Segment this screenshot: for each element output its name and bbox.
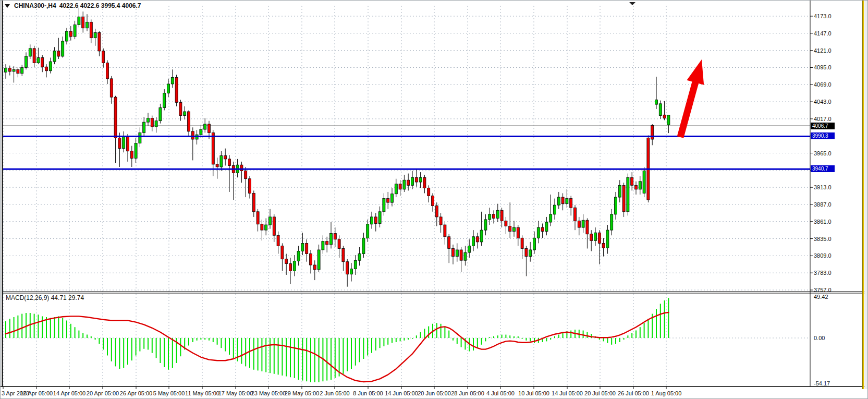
- candle-body: [163, 93, 166, 108]
- candle-body: [439, 217, 442, 225]
- candle-body: [578, 221, 580, 227]
- candle-body: [224, 156, 227, 159]
- candle-body: [330, 233, 333, 244]
- candle-body: [399, 184, 401, 189]
- candle-body: [346, 262, 349, 274]
- candle-body: [643, 171, 645, 194]
- candle-body: [423, 177, 426, 188]
- candle-body: [582, 220, 584, 227]
- candle-body: [374, 217, 377, 224]
- candle-body: [354, 260, 357, 269]
- candle-body: [127, 137, 129, 151]
- candle-body: [139, 132, 141, 143]
- candle-body: [529, 250, 532, 257]
- candle-body: [37, 58, 40, 63]
- candle-body: [541, 227, 544, 232]
- candle-body: [78, 17, 80, 25]
- candle-body: [179, 102, 182, 115]
- candle-body: [395, 184, 397, 194]
- candle-body: [285, 259, 288, 264]
- candle-body: [167, 84, 170, 93]
- candle-body: [570, 199, 572, 208]
- candle-body: [184, 112, 186, 116]
- candle-body: [151, 118, 153, 127]
- chart-title-bar[interactable]: CHINA300-,H4 4022.6 4022.6 3995.4 4006.7: [5, 2, 141, 9]
- candle-body: [45, 67, 48, 71]
- price-axis-label: 3861.0: [814, 219, 832, 225]
- price-axis-label: 4121.0: [814, 47, 832, 54]
- date-axis-label: 10 Jul 05:00: [518, 390, 549, 396]
- candle-body: [69, 31, 72, 37]
- candle-body: [305, 243, 308, 253]
- resistance-line-price-tag: 3990.3: [811, 132, 835, 139]
- price-axis-label: 4017.0: [814, 116, 832, 122]
- candle-body: [432, 196, 434, 206]
- date-axis-label: 1 Aug 05:00: [651, 390, 682, 396]
- candle-body: [622, 185, 625, 211]
- candle-body: [17, 69, 19, 74]
- candle-body: [525, 248, 528, 256]
- candle-body: [281, 246, 284, 259]
- candle-body: [57, 51, 60, 56]
- candle-body: [94, 33, 96, 38]
- candle-body: [269, 217, 272, 225]
- candle-body: [602, 243, 605, 248]
- candle-body: [476, 237, 479, 242]
- candle-body: [66, 31, 68, 41]
- price-axis-label: 4173.0: [814, 13, 832, 19]
- price-axis-label: 3913.0: [814, 184, 832, 190]
- date-axis-label: 11 May 05:00: [185, 390, 219, 396]
- candle-body: [358, 254, 361, 261]
- candle-body: [513, 227, 516, 232]
- candle-body: [265, 225, 267, 230]
- macd-axis-top-label: 49.42: [814, 294, 828, 300]
- candle-body: [98, 33, 101, 51]
- ohlc-readout: 4022.6 4022.6 3995.4 4006.7: [59, 2, 141, 9]
- candle-body: [90, 22, 92, 38]
- support-line-price-tag: 3940.7: [811, 165, 835, 172]
- candle-body: [663, 115, 666, 118]
- candle-body: [557, 197, 560, 205]
- candle-body: [53, 51, 56, 62]
- candle-body: [252, 193, 255, 211]
- candle-body: [521, 238, 523, 248]
- candle-body: [574, 208, 577, 221]
- candle-body: [545, 222, 548, 232]
- candle-body: [606, 230, 609, 248]
- candle-body: [618, 185, 621, 197]
- candle-body: [615, 197, 617, 214]
- date-axis-label: 14 Apr 05:00: [53, 390, 85, 396]
- candle-body: [415, 177, 418, 182]
- chart-canvas[interactable]: 4173.04147.04121.04095.04069.04043.04017…: [1, 1, 868, 399]
- candle-body: [610, 214, 613, 230]
- price-axis-label: 3965.0: [814, 150, 832, 156]
- left-border: [2, 1, 3, 386]
- candle-body: [240, 165, 243, 171]
- candle-body: [277, 235, 279, 246]
- candle-body: [419, 177, 422, 182]
- candle-body: [159, 107, 162, 120]
- candle-body: [208, 124, 211, 132]
- price-axis-label: 4095.0: [814, 64, 832, 70]
- candle-body: [391, 194, 394, 202]
- candle-body: [102, 51, 105, 63]
- candle-body: [655, 100, 658, 104]
- candle-body: [378, 212, 381, 224]
- candle-body: [261, 224, 263, 230]
- current-price-tag: 4006.7: [811, 123, 835, 129]
- symbol-dropdown-icon[interactable]: [5, 4, 10, 8]
- candle-body: [407, 180, 410, 185]
- candle-body: [448, 237, 450, 249]
- candle-body: [191, 131, 194, 139]
- candle-body: [472, 237, 475, 246]
- candle-body: [326, 241, 328, 245]
- date-axis-label: 26 Apr 05:00: [120, 390, 152, 396]
- candle-body: [106, 63, 109, 79]
- date-axis-label: 14 Jul 05:00: [552, 390, 583, 396]
- candle-body: [249, 179, 251, 194]
- candle-body: [350, 269, 353, 274]
- candle-body: [114, 97, 117, 138]
- candle-body: [188, 112, 190, 131]
- candle-body: [130, 151, 133, 159]
- candle-body: [310, 254, 312, 265]
